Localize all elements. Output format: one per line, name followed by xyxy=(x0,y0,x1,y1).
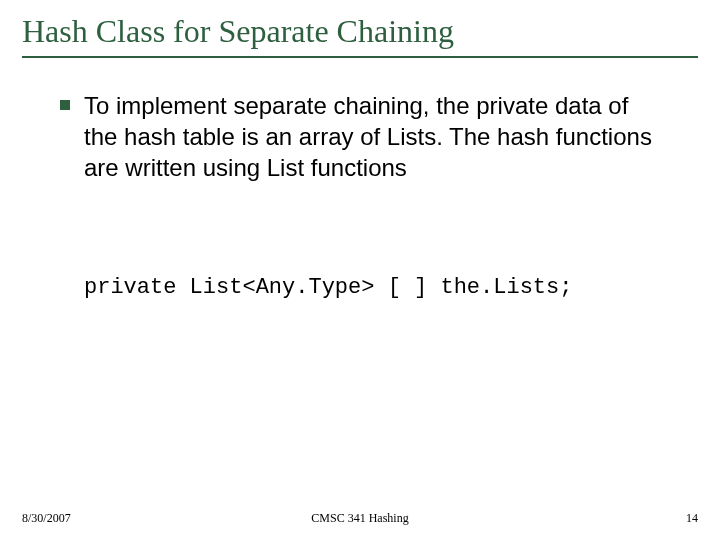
title-region: Hash Class for Separate Chaining xyxy=(22,12,698,58)
code-block: private List<Any.Type> [ ] the.Lists; xyxy=(84,275,680,300)
code-text: private List<Any.Type> [ ] the.Lists; xyxy=(84,275,572,300)
footer-date: 8/30/2007 xyxy=(22,511,247,526)
bullet-text: To implement separate chaining, the priv… xyxy=(84,90,660,184)
slide-title: Hash Class for Separate Chaining xyxy=(22,12,698,50)
slide: Hash Class for Separate Chaining To impl… xyxy=(0,0,720,540)
footer-course: CMSC 341 Hashing xyxy=(247,511,472,526)
body-region: To implement separate chaining, the priv… xyxy=(60,90,660,184)
footer: 8/30/2007 CMSC 341 Hashing 14 xyxy=(22,511,698,526)
square-bullet-icon xyxy=(60,100,70,110)
footer-page-number: 14 xyxy=(473,511,698,526)
bullet-item: To implement separate chaining, the priv… xyxy=(60,90,660,184)
